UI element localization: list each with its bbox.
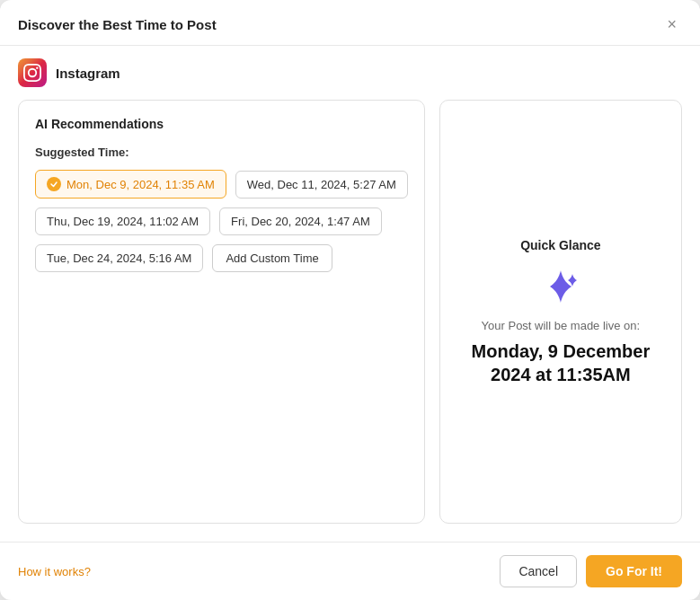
time-chip-1[interactable]: Mon, Dec 9, 2024, 11:35 AM xyxy=(35,170,226,199)
close-button[interactable]: × xyxy=(661,14,682,34)
time-chip-3[interactable]: Thu, Dec 19, 2024, 11:02 AM xyxy=(35,207,210,235)
check-circle-icon xyxy=(47,177,61,191)
suggested-label: Suggested Time: xyxy=(35,146,408,159)
time-chip-1-label: Mon, Dec 9, 2024, 11:35 AM xyxy=(66,178,215,191)
modal-header: Discover the Best Time to Post × xyxy=(0,0,700,46)
platform-name: Instagram xyxy=(56,66,120,81)
panels-container: AI Recommendations Suggested Time: Mon, … xyxy=(0,100,700,542)
quick-glance-date-label: Monday, 9 December 2024 at 11:35AM xyxy=(456,340,665,386)
modal-title: Discover the Best Time to Post xyxy=(18,17,217,32)
time-row-3: Tue, Dec 24, 2024, 5:16 AM Add Custom Ti… xyxy=(35,244,408,272)
ai-recommendations-panel: AI Recommendations Suggested Time: Mon, … xyxy=(18,100,425,524)
quick-glance-panel: Quick Glance Your Post will be made live… xyxy=(439,100,682,524)
go-for-it-button[interactable]: Go For It! xyxy=(586,555,682,587)
quick-glance-sub-label: Your Post will be made live on: xyxy=(482,319,641,332)
time-grid: Mon, Dec 9, 2024, 11:35 AM Wed, Dec 11, … xyxy=(35,170,408,272)
instagram-icon xyxy=(18,58,47,87)
modal: Discover the Best Time to Post × Instagr… xyxy=(0,0,700,600)
ai-panel-title: AI Recommendations xyxy=(35,117,408,131)
time-chip-2-label: Wed, Dec 11, 2024, 5:27 AM xyxy=(247,178,396,191)
modal-footer: How it works? Cancel Go For It! xyxy=(0,542,700,600)
footer-actions: Cancel Go For It! xyxy=(500,555,682,587)
time-chip-2[interactable]: Wed, Dec 11, 2024, 5:27 AM xyxy=(235,171,408,199)
quick-glance-title: Quick Glance xyxy=(520,238,600,252)
time-chip-5-label: Tue, Dec 24, 2024, 5:16 AM xyxy=(47,251,191,265)
cancel-button[interactable]: Cancel xyxy=(500,555,577,587)
time-row-2: Thu, Dec 19, 2024, 11:02 AM Fri, Dec 20,… xyxy=(35,207,408,235)
time-row-1: Mon, Dec 9, 2024, 11:35 AM Wed, Dec 11, … xyxy=(35,170,408,199)
time-chip-4-label: Fri, Dec 20, 2024, 1:47 AM xyxy=(231,215,370,228)
sparkle-icon xyxy=(541,267,580,310)
add-custom-time-button[interactable]: Add Custom Time xyxy=(212,244,332,272)
time-chip-4[interactable]: Fri, Dec 20, 2024, 1:47 AM xyxy=(219,207,382,235)
platform-row: Instagram xyxy=(0,46,700,100)
time-chip-5[interactable]: Tue, Dec 24, 2024, 5:16 AM xyxy=(35,244,203,272)
how-it-works-link[interactable]: How it works? xyxy=(18,565,91,578)
time-chip-3-label: Thu, Dec 19, 2024, 11:02 AM xyxy=(47,215,199,228)
